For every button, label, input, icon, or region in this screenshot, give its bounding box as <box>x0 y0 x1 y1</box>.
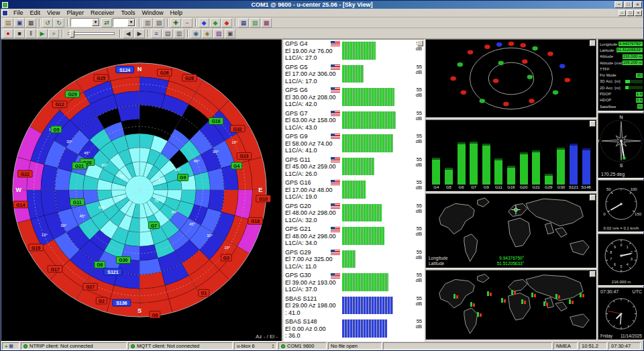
copy-icon[interactable]: ▥ <box>142 18 153 28</box>
redo-icon[interactable]: ↻ <box>54 18 64 28</box>
sky-satellite-G2[interactable]: G2 <box>96 297 107 304</box>
connect-icon[interactable]: ⇄ <box>101 18 112 28</box>
port-combo[interactable]: ▼ <box>70 18 100 27</box>
playback-slider[interactable] <box>68 32 115 35</box>
map-view-icon[interactable]: ▩ <box>261 18 272 28</box>
map2-corner-button[interactable] <box>590 271 596 277</box>
sky-satellite-G1[interactable]: G1 <box>199 289 209 296</box>
sky-satellite-G21[interactable]: G21 <box>72 162 87 169</box>
signal-scale: 55dB <box>411 317 424 341</box>
receiver-generation[interactable]: u-blox 6▲▼ <box>234 342 277 350</box>
table-view-icon[interactable]: ▦ <box>238 18 249 28</box>
sky-satellite-G30[interactable]: G30 <box>116 256 130 263</box>
text-console-icon[interactable]: ▥ <box>174 29 184 38</box>
svg-text:G19: G19 <box>32 246 40 250</box>
sky-satellite-G9[interactable]: G9 <box>178 174 189 181</box>
sky-satellite-G6[interactable]: G6 <box>95 261 105 268</box>
messages-view-icon[interactable]: ≡ <box>151 29 162 38</box>
deviation-map-icon[interactable]: ◈ <box>202 29 213 38</box>
sky-satellite-G12[interactable]: G12 <box>52 101 66 107</box>
sky-satellite-G32[interactable]: G32 <box>230 126 244 132</box>
constellation-corner-button[interactable] <box>590 40 596 46</box>
sky-satellite-G19[interactable]: G19 <box>29 244 43 251</box>
menu-help[interactable]: Help <box>166 9 186 17</box>
sky-satellite-G17[interactable]: G17 <box>48 266 62 272</box>
svg-text:W: W <box>598 139 600 144</box>
sky-satellite-G27[interactable]: G27 <box>83 283 97 290</box>
sky-satellite-G28[interactable]: G28 <box>182 74 197 81</box>
signal-scale: 55dB <box>411 132 424 156</box>
satellite-panel-scroll-button[interactable] <box>417 40 423 46</box>
menu-edit[interactable]: Edit <box>27 9 44 17</box>
sky-satellite-G3[interactable]: G3 <box>221 254 231 261</box>
close-button[interactable]: × <box>633 1 642 8</box>
paste-icon[interactable]: ▧ <box>154 18 164 28</box>
stop-icon[interactable]: ■ <box>14 29 25 38</box>
receiver-generation-spinner[interactable]: ▲▼ <box>272 344 274 349</box>
port-combo-arrow[interactable]: ▼ <box>92 19 99 26</box>
step-back-icon[interactable]: ◀ <box>123 29 133 38</box>
menu-receiver[interactable]: Receiver <box>87 9 118 17</box>
satellite-entry: GPS G4El 19.00 Az 76.00L1C/A: 27.055dB <box>283 40 424 63</box>
sky-satellite-G23[interactable]: G23 <box>237 152 251 159</box>
sky-satellite-G22[interactable]: G22 <box>18 170 32 177</box>
sky-satellite-G8[interactable]: G8 <box>150 311 160 318</box>
pause-icon[interactable]: ‖ <box>25 29 36 38</box>
sky-satellite-G29[interactable]: G29 <box>65 91 79 97</box>
zoom-in-icon[interactable]: ✚ <box>170 18 181 28</box>
docking-icon[interactable]: ▣ <box>225 29 235 38</box>
playback-slider-thumb[interactable] <box>70 30 74 38</box>
histogram-icon[interactable]: ▨ <box>213 29 224 38</box>
com-port-status-text: COM1 9600 <box>287 343 314 349</box>
utc-time-text: 07:30:47 <box>611 343 631 349</box>
menu-window[interactable]: Window <box>138 9 166 17</box>
menu-view[interactable]: View <box>44 9 63 17</box>
open-file-icon[interactable]: ▤ <box>3 18 13 28</box>
sky-satellite-G10[interactable]: G10 <box>256 195 270 202</box>
fast-forward-icon[interactable]: » <box>48 29 59 38</box>
view-blue-icon[interactable]: ◆ <box>199 18 209 28</box>
sky-satellite-G5[interactable]: G5 <box>51 126 62 133</box>
sky-satellite-G26[interactable]: G26 <box>157 69 171 76</box>
save-file-icon[interactable]: ▣ <box>14 18 25 28</box>
sky-satellite-G7[interactable]: G7 <box>148 222 159 229</box>
menu-player[interactable]: Player <box>63 9 87 17</box>
play-icon[interactable]: ▶ <box>37 29 48 38</box>
chart-view-icon[interactable]: ▨ <box>250 18 260 28</box>
sky-view-icon[interactable]: ◉ <box>191 29 201 38</box>
sky-satellite-G11[interactable]: G11 <box>70 199 84 205</box>
record-icon[interactable]: ● <box>3 29 13 38</box>
packet-console-icon[interactable]: ▤ <box>162 29 173 38</box>
sky-satellite-S136[interactable]: S136 <box>113 299 131 306</box>
minimize-button[interactable]: − <box>614 1 623 8</box>
svg-text:E: E <box>258 187 262 193</box>
print-icon[interactable]: ▦ <box>25 18 36 28</box>
sky-satellite-G25[interactable]: G25 <box>94 74 108 81</box>
status-led <box>23 344 28 348</box>
barchart-corner-button[interactable] <box>590 121 596 127</box>
baud-combo-arrow[interactable]: ▼ <box>127 19 135 26</box>
menu-file[interactable]: File <box>10 9 27 17</box>
mdi-minimize-button[interactable]: − <box>619 10 626 16</box>
sky-satellite-G14[interactable]: G14 <box>13 201 28 208</box>
zoom-out-icon[interactable]: − <box>182 18 193 28</box>
sky-satellite-G18[interactable]: G18 <box>248 217 262 224</box>
maximize-button[interactable]: □ <box>624 1 633 8</box>
barchart-bar <box>432 158 440 185</box>
barchart-bar <box>470 142 478 185</box>
step-forward-icon[interactable]: ▶ <box>134 29 145 38</box>
sky-satellite-G16[interactable]: G16 <box>209 117 223 124</box>
map1-corner-button[interactable] <box>590 195 596 201</box>
undo-icon[interactable]: ↺ <box>42 18 53 28</box>
sky-satellite-S124[interactable]: S124 <box>116 66 134 73</box>
sky-satellite-G4[interactable]: G4 <box>231 162 242 169</box>
menu-tools[interactable]: Tools <box>117 9 138 17</box>
mdi-restore-button[interactable]: □ <box>627 10 634 16</box>
baud-combo[interactable]: ▼ <box>113 18 136 27</box>
status-bar: ●▦NTRIP client: Not connectedMQTT client… <box>1 342 643 350</box>
sky-satellite-S121[interactable]: S121 <box>104 268 122 275</box>
mdi-close-button[interactable]: × <box>635 10 642 16</box>
constellation-panel <box>425 39 597 118</box>
view-green-icon[interactable]: ◆ <box>210 18 221 28</box>
view-red-icon[interactable]: ◆ <box>221 18 232 28</box>
